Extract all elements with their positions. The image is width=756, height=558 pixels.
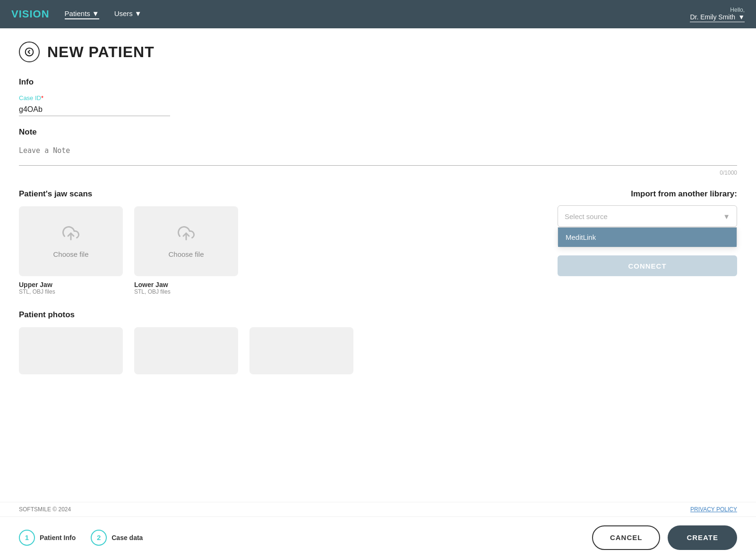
step-2-name: Case data xyxy=(112,534,143,541)
privacy-policy-link[interactable]: PRIVACY POLICY xyxy=(690,506,737,513)
photo-box-2[interactable] xyxy=(134,327,238,374)
upper-jaw-choose-label: Choose file xyxy=(53,250,88,258)
navbar: VISION Patients ▼ Users ▼ Hello, Dr. Emi… xyxy=(0,0,756,28)
info-section: Info Case ID* Note 0/1000 xyxy=(19,77,737,176)
hello-label: Hello, xyxy=(730,7,745,13)
step-2: 2 Case data xyxy=(91,530,143,546)
file-upload-row: Choose file Upper Jaw STL, OBJ files xyxy=(19,206,529,295)
note-section-label: Note xyxy=(19,127,737,137)
jaw-scans-section: Patient's jaw scans Choose file xyxy=(19,189,529,374)
note-counter: 0/1000 xyxy=(19,169,737,176)
case-id-label: Case ID* xyxy=(19,94,737,101)
create-button[interactable]: CREATE xyxy=(668,525,737,550)
logo-ision: ISION xyxy=(19,8,50,20)
patient-photos-section: Patient photos xyxy=(19,310,529,374)
patients-dropdown-icon: ▼ xyxy=(92,9,99,17)
upper-jaw-upload-icon xyxy=(62,225,79,245)
lower-jaw-label: Lower Jaw STL, OBJ files xyxy=(134,281,238,295)
user-dropdown-icon: ▼ xyxy=(738,13,745,21)
photo-box-3[interactable] xyxy=(249,327,353,374)
select-source-wrapper: Select source ▼ MeditLink xyxy=(558,205,737,227)
import-title: Import from another library: xyxy=(558,189,737,199)
select-source-placeholder: Select source xyxy=(565,212,608,220)
action-buttons: CANCEL CREATE xyxy=(592,525,737,550)
source-dropdown-menu: MeditLink xyxy=(558,227,737,247)
upper-jaw-upload: Choose file Upper Jaw STL, OBJ files xyxy=(19,206,123,295)
connect-button[interactable]: CONNECT xyxy=(558,255,737,276)
svg-point-0 xyxy=(26,48,34,56)
note-input[interactable] xyxy=(19,144,737,166)
lower-jaw-file-box[interactable]: Choose file xyxy=(134,206,238,276)
app-logo: VISION xyxy=(11,8,50,20)
page-header: NEW PATIENT xyxy=(19,42,737,62)
step-indicators: 1 Patient Info 2 Case data xyxy=(19,530,143,546)
page-title: NEW PATIENT xyxy=(47,43,155,61)
step-1-circle: 1 xyxy=(19,530,35,546)
upper-jaw-file-box[interactable]: Choose file xyxy=(19,206,123,276)
case-id-input[interactable] xyxy=(19,103,170,116)
logo-v: V xyxy=(11,8,19,20)
photo-upload-row xyxy=(19,327,529,374)
lower-jaw-upload: Choose file Lower Jaw STL, OBJ files xyxy=(134,206,238,295)
photos-section-label: Patient photos xyxy=(19,310,529,320)
copyright: SOFTSMILE © 2024 xyxy=(19,506,71,513)
step-1-name: Patient Info xyxy=(40,534,76,541)
bottom-bar: 1 Patient Info 2 Case data CANCEL CREATE xyxy=(0,516,756,558)
users-dropdown-icon: ▼ xyxy=(135,9,142,17)
lower-jaw-choose-label: Choose file xyxy=(168,250,204,258)
lower-jaw-upload-icon xyxy=(178,225,195,245)
import-section: Import from another library: Select sour… xyxy=(558,189,737,374)
select-source-button[interactable]: Select source ▼ xyxy=(558,205,737,227)
upper-jaw-label: Upper Jaw STL, OBJ files xyxy=(19,281,123,295)
scans-import-row: Patient's jaw scans Choose file xyxy=(19,189,737,374)
dropdown-item-meditlink[interactable]: MeditLink xyxy=(558,228,737,247)
user-menu[interactable]: Hello, Dr. Emily Smith ▼ xyxy=(690,7,745,22)
step-1: 1 Patient Info xyxy=(19,530,76,546)
page-footer: SOFTSMILE © 2024 PRIVACY POLICY xyxy=(0,502,756,516)
user-name: Dr. Emily Smith xyxy=(690,13,735,21)
jaw-scans-label: Patient's jaw scans xyxy=(19,189,529,199)
select-source-chevron: ▼ xyxy=(723,212,730,220)
main-content: NEW PATIENT Info Case ID* Note 0/1000 Pa… xyxy=(0,28,756,412)
step-2-circle: 2 xyxy=(91,530,107,546)
back-button[interactable] xyxy=(19,42,40,62)
cancel-button[interactable]: CANCEL xyxy=(592,525,661,550)
info-section-label: Info xyxy=(19,77,737,87)
nav-patients[interactable]: Patients ▼ xyxy=(65,9,99,19)
nav-users[interactable]: Users ▼ xyxy=(114,9,142,19)
photo-box-1[interactable] xyxy=(19,327,123,374)
